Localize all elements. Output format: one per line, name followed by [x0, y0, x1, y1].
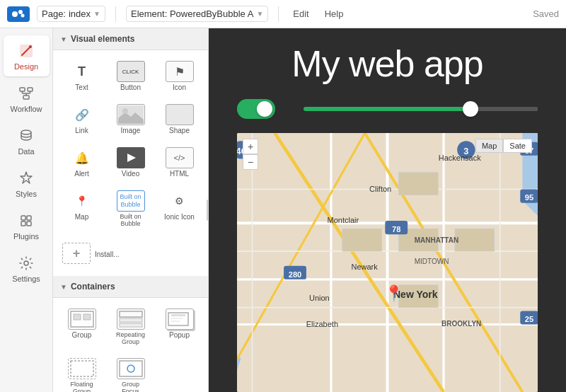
text-label: Text — [75, 83, 88, 91]
map-type-controls: Map Sate — [475, 139, 532, 153]
canvas-content: My web app — [209, 28, 566, 392]
map-label: Map — [75, 213, 88, 221]
svg-point-2 — [21, 13, 25, 17]
svg-text:280: 280 — [289, 270, 302, 279]
map-type-satellite-button[interactable]: Sate — [503, 139, 532, 153]
group-focus-element-icon — [117, 358, 145, 379]
element-selector[interactable]: Element: PoweredByBubble A ▼ — [126, 6, 268, 22]
element-alert[interactable]: 🔔 Alert — [59, 142, 105, 183]
map-zoom-controls: + − — [243, 139, 258, 170]
ionic-label: Ionic Icon — [164, 213, 195, 221]
element-map[interactable]: 📍 Map — [59, 185, 105, 232]
svg-rect-51 — [342, 229, 382, 251]
element-image[interactable]: Image — [108, 99, 154, 139]
element-button[interactable]: CLICK Button — [108, 56, 154, 96]
svg-rect-15 — [27, 216, 31, 220]
element-link[interactable]: 🔗 Link — [59, 99, 105, 139]
toggle-switch[interactable] — [237, 99, 275, 119]
element-shape[interactable]: Shape — [156, 99, 202, 139]
map-label-newark: Newark — [352, 263, 378, 271]
element-chevron-icon: ▼ — [256, 10, 263, 18]
sidebar-item-settings[interactable]: Settings — [4, 248, 50, 289]
floating-group-label: FloatingGroup — [70, 381, 93, 392]
edit-menu[interactable]: Edit — [289, 6, 313, 21]
shape-element-icon — [166, 104, 194, 125]
element-floating-group[interactable]: FloatingGroup — [59, 353, 105, 392]
elements-panel: ▼ Visual elements T Text CLICK Button ⚑ … — [53, 28, 209, 392]
svg-rect-25 — [83, 314, 91, 320]
html-element-icon: </> — [166, 147, 194, 168]
svg-text:78: 78 — [392, 225, 400, 234]
shape-label: Shape — [169, 127, 190, 134]
video-element-icon — [117, 147, 145, 168]
map-zoom-out-button[interactable]: − — [243, 154, 258, 170]
svg-rect-28 — [120, 323, 142, 327]
svg-point-1 — [18, 10, 23, 14]
floating-group-element-icon — [68, 358, 96, 379]
help-menu[interactable]: Help — [320, 6, 348, 21]
element-html[interactable]: </> HTML — [156, 142, 202, 183]
topbar: Page: index ▼ Element: PoweredByBubble A… — [0, 0, 566, 28]
svg-rect-34 — [120, 361, 142, 376]
element-icon[interactable]: ⚑ Icon — [156, 56, 202, 96]
element-ionic[interactable]: ⚙ Ionic Icon — [156, 185, 202, 232]
map-type-map-button[interactable]: Map — [475, 139, 503, 153]
svg-text:25: 25 — [525, 315, 533, 323]
sidebar: Design Workflow — [0, 28, 53, 392]
element-video[interactable]: Video — [108, 142, 154, 183]
map-label-brooklyn: BROOKLYN — [441, 320, 481, 328]
svg-rect-33 — [71, 361, 93, 376]
topbar-divider-1 — [115, 6, 116, 22]
svg-text:95: 95 — [525, 193, 533, 202]
map-zoom-in-button[interactable]: + — [243, 139, 258, 154]
install-element-icon: + — [62, 243, 91, 264]
sidebar-item-data[interactable]: Data — [4, 120, 50, 161]
html-label: HTML — [170, 170, 189, 178]
group-label: Group — [72, 331, 92, 339]
element-group-focus[interactable]: GroupFocus — [108, 353, 154, 392]
containers-header[interactable]: ▼ Containers — [53, 276, 208, 298]
repeating-group-element-icon — [117, 309, 145, 330]
element-group[interactable]: Group — [59, 304, 105, 350]
svg-rect-24 — [74, 314, 81, 320]
element-builton[interactable]: Built on Bubble Built onBubble — [108, 185, 154, 232]
element-install[interactable]: + Install... — [59, 238, 202, 270]
element-popup[interactable]: Popup — [156, 304, 202, 350]
svg-point-13 — [21, 130, 31, 134]
plugins-icon — [16, 211, 36, 231]
styles-label: Styles — [16, 190, 37, 198]
svg-rect-6 — [20, 88, 25, 91]
svg-rect-31 — [171, 318, 183, 319]
svg-point-5 — [29, 45, 32, 48]
plugins-label: Plugins — [13, 232, 39, 241]
visual-elements-header[interactable]: ▼ Visual elements — [53, 28, 208, 50]
repeating-group-label: RepeatingGroup — [116, 331, 145, 345]
popup-element-icon — [166, 309, 194, 330]
map-label-montclair: Montclair — [328, 216, 359, 224]
sidebar-item-workflow[interactable]: Workflow — [4, 78, 50, 119]
logo[interactable] — [7, 6, 30, 22]
icon-label: Icon — [173, 83, 186, 91]
video-label: Video — [122, 170, 139, 178]
element-text[interactable]: T Text — [59, 56, 105, 96]
group-focus-label: GroupFocus — [122, 381, 139, 392]
element-repeating-group[interactable]: RepeatingGroup — [108, 304, 154, 350]
canvas-map[interactable]: 46 3 87 95 280 78 25 Hackensack Clifton — [237, 133, 538, 392]
group-element-icon — [68, 309, 96, 330]
button-label: Button — [120, 83, 141, 91]
sidebar-item-styles[interactable]: Styles — [4, 163, 50, 204]
settings-label: Settings — [12, 275, 40, 283]
sidebar-item-plugins[interactable]: Plugins — [4, 205, 50, 246]
canvas-title: My web app — [291, 42, 483, 85]
slider[interactable] — [304, 107, 538, 111]
slider-thumb[interactable] — [463, 101, 478, 117]
svg-point-18 — [24, 261, 28, 265]
containers-section-label: Containers — [71, 282, 115, 292]
map-label-elizabeth: Elizabeth — [306, 320, 338, 328]
text-element-icon: T — [68, 61, 96, 82]
popup-label: Popup — [169, 331, 190, 339]
ionic-element-icon: ⚙ — [166, 190, 194, 212]
page-selector[interactable]: Page: index ▼ — [37, 6, 105, 22]
sidebar-item-design[interactable]: Design — [4, 35, 50, 76]
map-pin: 📍 — [384, 286, 403, 301]
